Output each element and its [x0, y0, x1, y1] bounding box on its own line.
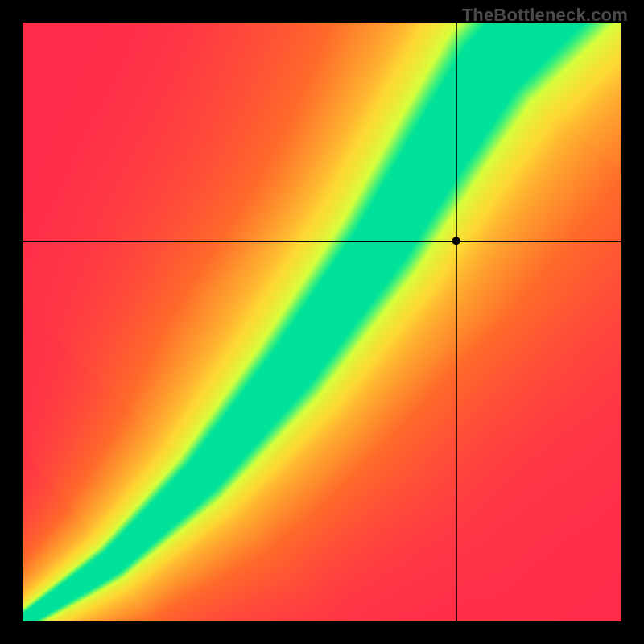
- watermark-text: TheBottleneck.com: [462, 5, 628, 26]
- chart-frame: TheBottleneck.com: [0, 0, 644, 644]
- heatmap-canvas: [23, 23, 621, 621]
- plot-area: [23, 23, 621, 621]
